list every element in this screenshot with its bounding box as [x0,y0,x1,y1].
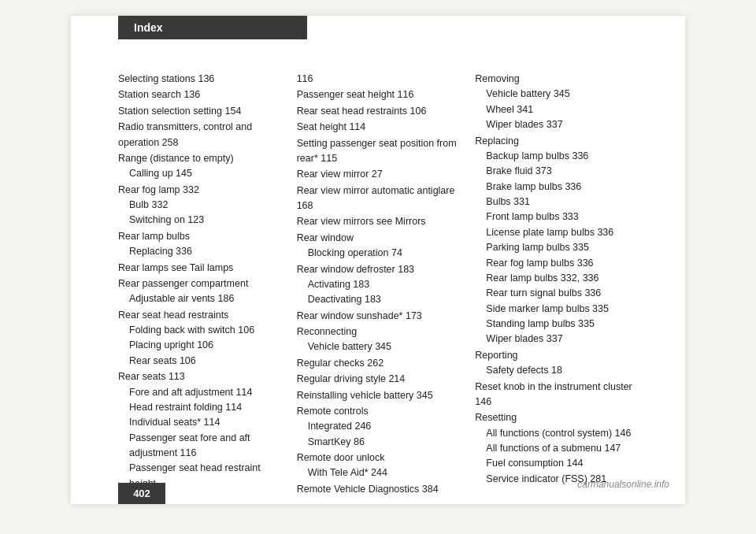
index-entry: Remote door unlock [297,451,460,465]
index-entry: Front lamp bulbs 333 [475,210,638,224]
index-entry: Resetting [475,410,638,425]
index-entry: Reinstalling vehicle battery 345 [297,388,460,403]
index-entry: Seat height 114 [297,120,460,135]
index-entry: Rear seats 113 [118,369,281,384]
page-number: 402 [118,483,165,504]
index-entry: Standing lamp bulbs 335 [475,317,638,332]
index-entry: Vehicle battery 345 [297,339,460,354]
index-entry: Bulbs 331 [475,195,638,210]
column-2: 116Passenger seat height 116Rear seat he… [297,71,460,497]
index-entry: Folding back with switch 106 [118,323,281,338]
column-3: RemovingVehicle battery 345Wheel 341Wipe… [475,71,638,497]
index-entry: Parking lamp bulbs 335 [475,240,638,255]
index-entry: Rear view mirror 27 [297,167,460,182]
index-entry: Individual seats* 114 [118,415,281,430]
index-entry: Replacing [475,134,638,149]
index-entry: Rear view mirror automatic antiglare 168 [297,184,460,214]
index-entry: Remote Vehicle Diagnostics 384 [297,482,460,497]
index-entry: 116 [297,72,460,87]
index-entry: Rear passenger compartment [118,276,281,291]
index-entry: Adjustable air vents 186 [118,291,281,306]
index-entry: Side marker lamp bulbs 335 [475,302,638,317]
index-entry: Backup lamp bulbs 336 [475,149,638,164]
index-entry: Calling up 145 [118,166,281,181]
index-entry: Removing [475,72,638,87]
index-entry: Rear lamp bulbs 332, 336 [475,271,638,286]
index-entry: Rear fog lamp 332 [118,183,281,198]
index-entry: With Tele Aid* 244 [297,465,460,480]
index-entry: Brake fluid 373 [475,164,638,179]
index-entry: Radio transmitters, control and operatio… [118,120,281,150]
index-entry: Activating 183 [297,277,460,292]
index-entry: Rear lamps see Tail lamps [118,261,281,276]
index-entry: Head restraint folding 114 [118,400,281,415]
index-entry: Brake lamp bulbs 336 [475,180,638,195]
index-entry: SmartKey 86 [297,435,460,450]
index-header: Index [118,16,307,39]
index-entry: Rear window sunshade* 173 [297,309,460,324]
index-entry: Selecting stations 136 [118,72,281,87]
index-entry: Station search 136 [118,87,281,102]
index-entry: Reporting [475,348,638,363]
index-entry: Regular driving style 214 [297,372,460,387]
index-entry: Rear window [297,231,460,246]
index-entry: Passenger seat height 116 [297,87,460,102]
index-entry: Wiper blades 337 [475,332,638,347]
index-entry: All functions of a submenu 147 [475,441,638,456]
index-entry: Vehicle battery 345 [475,87,638,102]
index-entry: Station selection setting 154 [118,104,281,119]
index-entry: Remote controls [297,404,460,419]
index-entry: Reconnecting [297,324,460,339]
index-entry: Rear seat head restraints 106 [297,104,460,119]
index-entry: Rear fog lamp bulbs 336 [475,256,638,271]
index-entry: Regular checks 262 [297,356,460,371]
index-title: Index [134,21,163,34]
index-entry: License plate lamp bulbs 336 [475,225,638,240]
index-entry: All functions (control system) 146 [475,426,638,441]
index-entry: Rear lamp bulbs [118,229,281,244]
index-entry: Setting passenger seat position from rea… [297,136,460,167]
index-entry: Reset knob in the instrument cluster 146 [475,380,638,410]
watermark: carmanualsonline.info [577,479,669,490]
index-entry: Replacing 336 [118,244,281,259]
index-entry: Bulb 332 [118,198,281,213]
index-entry: Safety defects 18 [475,363,638,378]
index-entry: Rear seat head restraints [118,308,281,323]
index-entry: Fuel consumption 144 [475,456,638,471]
index-entry: Rear seats 106 [118,354,281,369]
index-entry: Fore and aft adjustment 114 [118,385,281,400]
column-1: Selecting stations 136Station search 136… [118,71,281,497]
index-entry: Switching on 123 [118,213,281,228]
index-entry: Rear window defroster 183 [297,262,460,277]
index-entry: Deactivating 183 [297,292,460,307]
page: Index Selecting stations 136Station sear… [71,16,685,504]
index-entry: Integrated 246 [297,419,460,434]
index-entry: Placing upright 106 [118,338,281,353]
index-entry: Wheel 341 [475,102,638,117]
index-entry: Wiper blades 337 [475,117,638,132]
index-entry: Passenger seat fore and aft adjustment 1… [118,431,281,462]
content-area: Selecting stations 136Station search 136… [71,47,685,521]
index-entry: Blocking operation 74 [297,246,460,261]
index-entry: Rear view mirrors see Mirrors [297,214,460,229]
index-entry: Range (distance to empty) [118,151,281,166]
index-entry: Rear turn signal bulbs 336 [475,286,638,301]
